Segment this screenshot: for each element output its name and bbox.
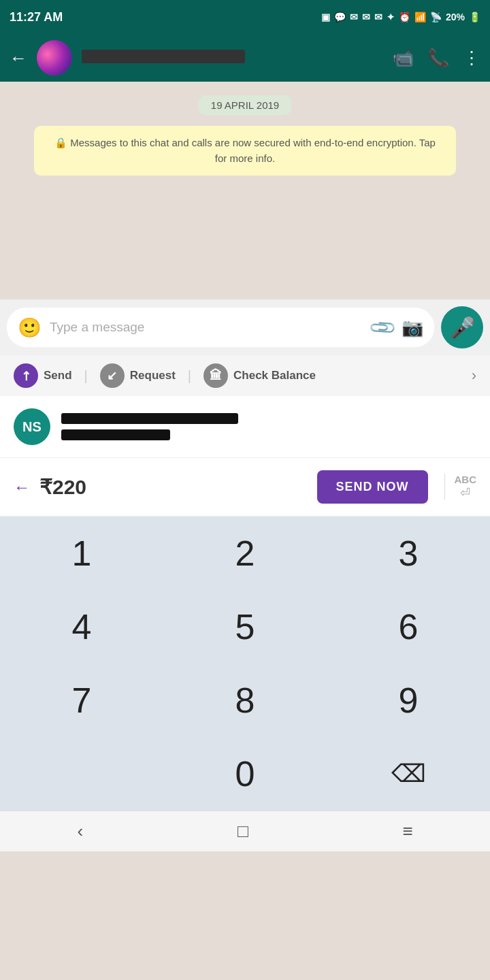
check-balance-label: Check Balance xyxy=(233,369,316,382)
request-arrow-icon: ↙ xyxy=(107,368,117,383)
wifi-icon: 📡 xyxy=(430,12,442,22)
key-9[interactable]: 9 xyxy=(327,664,490,737)
signal-icon: 📶 xyxy=(414,12,426,22)
attach-icon[interactable]: 📎 xyxy=(368,312,398,343)
nav-menu-button[interactable]: ≡ xyxy=(402,821,412,842)
payment-amount: ₹220 xyxy=(39,475,86,499)
abc-keyboard-icon[interactable]: ABC ⏎ xyxy=(444,474,477,501)
more-options-icon[interactable]: ⋮ xyxy=(463,48,480,69)
chat-area: 19 APRIL 2019 🔒 Messages to this chat an… xyxy=(0,82,490,299)
action-icons: 📹 📞 ⋮ xyxy=(392,48,480,69)
bank-icon: 🏛 xyxy=(210,369,222,383)
nav-back-button[interactable]: ‹ xyxy=(77,821,83,842)
numpad: 1 2 3 4 5 6 7 8 9 0 ⌫ xyxy=(0,517,490,811)
message-input[interactable] xyxy=(50,320,363,335)
chevron-right-icon[interactable]: › xyxy=(472,367,476,385)
payment-amount-row: ← ₹220 SEND NOW ABC ⏎ xyxy=(0,458,490,516)
nav-bar: ‹ □ ≡ xyxy=(0,811,490,851)
recipient-initials: NS xyxy=(22,419,42,435)
amount-back-icon[interactable]: ← xyxy=(14,478,30,497)
key-backspace[interactable]: ⌫ xyxy=(327,737,490,811)
voice-call-icon[interactable]: 📞 xyxy=(427,48,449,69)
key-7[interactable]: 7 xyxy=(0,664,163,737)
battery-label: 20% xyxy=(446,12,465,22)
contact-name-redacted xyxy=(82,50,245,63)
payment-recipient-row: NS xyxy=(0,396,490,458)
battery-icon: 🔋 xyxy=(469,12,480,22)
encryption-notice[interactable]: 🔒 Messages to this chat and calls are no… xyxy=(34,126,456,176)
back-button[interactable]: ← xyxy=(10,48,27,69)
send-payment-button[interactable]: ↗ Send xyxy=(14,363,72,388)
star-icon: ✦ xyxy=(387,12,395,22)
recipient-info xyxy=(61,413,238,440)
top-bar: ← 📹 📞 ⋮ xyxy=(0,34,490,82)
payment-bar: ↗ Send | ↙ Request | 🏛 Check Balance › xyxy=(0,355,490,396)
video-call-icon[interactable]: 📹 xyxy=(392,48,414,69)
divider-1: | xyxy=(84,368,88,384)
key-4[interactable]: 4 xyxy=(0,590,163,664)
recipient-name-line2 xyxy=(61,429,170,440)
recipient-name-line1 xyxy=(61,413,238,424)
key-5[interactable]: 5 xyxy=(163,590,327,664)
mic-icon: 🎤 xyxy=(450,316,475,340)
request-label: Request xyxy=(130,369,176,382)
send-icon-circle: ↗ xyxy=(14,363,38,388)
status-time: 11:27 AM xyxy=(10,10,63,24)
key-2[interactable]: 2 xyxy=(163,517,327,590)
request-icon-circle: ↙ xyxy=(100,363,125,388)
contact-avatar[interactable] xyxy=(37,40,72,76)
contact-info[interactable] xyxy=(82,50,382,67)
payment-card: NS ← ₹220 SEND NOW ABC ⏎ xyxy=(0,396,490,517)
nav-home-button[interactable]: □ xyxy=(238,821,248,842)
message-icon: 💬 xyxy=(334,12,346,22)
key-3[interactable]: 3 xyxy=(327,517,490,590)
request-payment-button[interactable]: ↙ Request xyxy=(100,363,176,388)
msg2-icon: ✉ xyxy=(350,12,358,22)
key-8[interactable]: 8 xyxy=(163,664,327,737)
send-label: Send xyxy=(44,369,72,382)
status-icons: ▣ 💬 ✉ ✉ ✉ ✦ ⏰ 📶 📡 20% 🔋 xyxy=(321,12,480,22)
message-input-container: 🙂 📎 📷 xyxy=(7,308,434,347)
return-symbol: ⏎ xyxy=(460,486,470,501)
alarm-icon: ⏰ xyxy=(399,12,410,22)
mic-button[interactable]: 🎤 xyxy=(441,306,483,348)
key-1[interactable]: 1 xyxy=(0,517,163,590)
camera-icon[interactable]: 📷 xyxy=(402,317,423,338)
key-0[interactable]: 0 xyxy=(163,737,327,811)
key-6[interactable]: 6 xyxy=(327,590,490,664)
check-balance-button[interactable]: 🏛 Check Balance xyxy=(203,363,316,388)
sim-icon: ▣ xyxy=(321,12,330,22)
msg4-icon: ✉ xyxy=(374,12,382,22)
key-empty xyxy=(0,737,163,811)
recipient-avatar: NS xyxy=(14,408,50,445)
date-badge: 19 APRIL 2019 xyxy=(199,95,291,115)
divider-2: | xyxy=(188,368,191,384)
send-now-button[interactable]: SEND NOW xyxy=(317,470,428,504)
msg3-icon: ✉ xyxy=(362,12,370,22)
status-bar: 11:27 AM ▣ 💬 ✉ ✉ ✉ ✦ ⏰ 📶 📡 20% 🔋 xyxy=(0,0,490,34)
balance-icon-circle: 🏛 xyxy=(203,363,228,388)
contact-name xyxy=(82,50,382,67)
send-arrow-icon: ↗ xyxy=(17,367,35,385)
input-bar: 🙂 📎 📷 🎤 xyxy=(0,299,490,355)
abc-label: ABC xyxy=(455,474,477,486)
emoji-icon[interactable]: 🙂 xyxy=(18,316,42,339)
